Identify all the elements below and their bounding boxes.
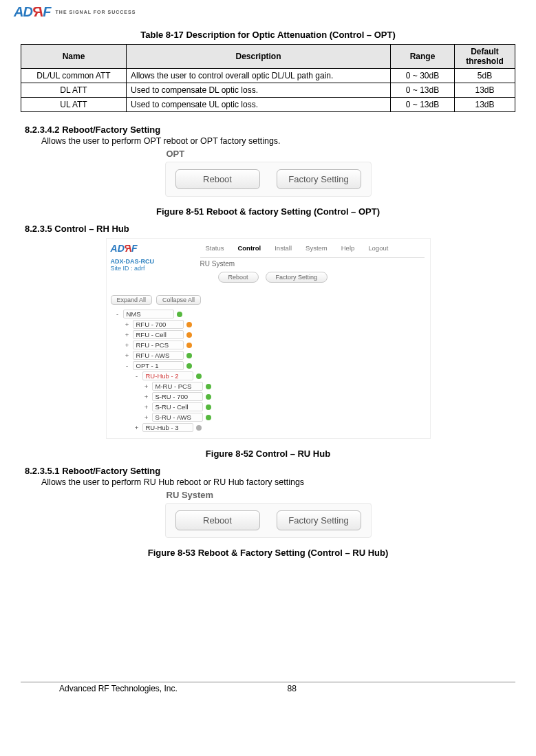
tree-label[interactable]: S-RU - AWS (152, 413, 203, 422)
tree-label[interactable]: OPT - 1 (133, 361, 184, 370)
tree-node[interactable]: +S-RU - 700 (144, 391, 426, 402)
heading-82342: 8.2.3.4.2 Reboot/Factory Setting (25, 125, 515, 135)
tree-panel: Expand All Collapse All -NMS+RFU - 700+R… (107, 291, 430, 438)
toggle-icon[interactable]: - (134, 372, 140, 380)
th-desc: Description (127, 45, 391, 69)
reboot-button[interactable]: Reboot (175, 510, 260, 530)
toggle-icon[interactable]: + (144, 403, 149, 411)
tree-node[interactable]: +RU-Hub - 3 (134, 422, 426, 433)
th-range: Range (391, 45, 455, 69)
heading-82351: 8.2.3.5.1 Reboot/Factory Setting (25, 466, 515, 476)
tree-node[interactable]: +RFU - 700 (125, 319, 426, 330)
tree-node[interactable]: +RFU - AWS (125, 350, 426, 360)
status-dot-icon (196, 425, 202, 431)
tab-status[interactable]: Status (206, 244, 224, 252)
expand-all-button[interactable]: Expand All (111, 295, 153, 305)
status-dot-icon (206, 415, 211, 420)
th-default: Default threshold (455, 45, 515, 69)
toggle-icon[interactable]: + (125, 331, 130, 338)
status-dot-icon (186, 353, 192, 358)
status-dot-icon (186, 332, 192, 338)
reboot-button[interactable]: Reboot (218, 272, 259, 283)
tree-label[interactable]: RFU - 700 (133, 320, 184, 329)
ru-system-panel: RU System Reboot Factory Setting (165, 490, 372, 538)
table-row: UL ATTUsed to compensate UL optic loss.0… (21, 98, 515, 112)
table-cell: 0 ~ 30dB (391, 69, 455, 83)
figure-caption: Figure 8-51 Reboot & factory Setting (Co… (21, 206, 515, 217)
tree-node[interactable]: -OPT - 1 (125, 360, 426, 371)
table-cell: 0 ~ 13dB (391, 98, 455, 112)
tree-label[interactable]: S-RU - 700 (152, 392, 203, 401)
figure-caption: Figure 8-52 Control – RU Hub (21, 449, 515, 459)
opt-button-row: Reboot Factory Setting (165, 162, 372, 197)
table-cell: DL ATT (21, 83, 127, 98)
control-ru-hub-screenshot: ADRF ADX-DAS-RCU Site ID : adrf StatusCo… (106, 238, 431, 439)
toggle-icon[interactable]: + (144, 382, 149, 390)
factory-setting-button[interactable]: Factory Setting (277, 510, 361, 530)
status-dot-icon (206, 404, 211, 410)
tree-node[interactable]: +RFU - Cell (125, 330, 426, 340)
table-cell: 0 ~ 13dB (391, 83, 455, 98)
table-cell: Used to compensate UL optic loss. (127, 98, 391, 112)
expand-collapse-row: Expand All Collapse All (111, 295, 426, 305)
toggle-icon[interactable]: + (125, 321, 130, 328)
nav-tabs: StatusControlInstallSystemHelpLogout (199, 241, 425, 256)
toggle-icon[interactable]: + (144, 413, 149, 421)
ru-system-buttons: Reboot Factory Setting (199, 269, 425, 287)
fig52-sidebar: ADRF ADX-DAS-RCU Site ID : adrf (107, 239, 196, 291)
tree-label[interactable]: RFU - Cell (133, 330, 184, 339)
tab-install[interactable]: Install (275, 244, 292, 252)
page-logo: ADRF THE SIGNAL FOR SUCCESS (14, 4, 515, 20)
body-82342: Allows the user to perform OPT reboot or… (41, 136, 515, 146)
toggle-icon[interactable]: - (125, 362, 130, 369)
table-cell: 5dB (455, 69, 515, 83)
optic-attenuation-table: Name Description Range Default threshold… (21, 44, 515, 112)
footer-company: Advanced RF Technologies, Inc. (21, 684, 288, 693)
ru-button-row: Reboot Factory Setting (165, 503, 372, 538)
tree-node[interactable]: +S-RU - Cell (144, 402, 426, 412)
tree-label[interactable]: NMS (123, 310, 174, 318)
table-cell: 13dB (455, 83, 515, 98)
tab-control[interactable]: Control (237, 244, 261, 252)
table-cell: 13dB (455, 98, 515, 112)
heading-8235: 8.2.3.5 Control – RH Hub (25, 224, 515, 234)
status-dot-icon (186, 322, 192, 327)
tree-node[interactable]: +M-RU - PCS (144, 381, 426, 391)
ru-panel-label: RU System (167, 490, 372, 500)
small-logo: ADRF (111, 243, 193, 254)
table-caption: Table 8-17 Description for Optic Attenua… (21, 30, 515, 40)
tree-label[interactable]: RU-Hub - 2 (142, 371, 193, 380)
table-cell: DL/UL common ATT (21, 69, 127, 83)
opt-panel: OPT Reboot Factory Setting (165, 149, 372, 197)
table-row: DL/UL common ATTAllows the user to contr… (21, 69, 515, 83)
table-cell: Used to compensate DL optic loss. (127, 83, 391, 98)
toggle-icon[interactable]: + (125, 352, 130, 359)
toggle-icon[interactable]: + (144, 393, 149, 400)
factory-setting-button[interactable]: Factory Setting (266, 272, 328, 283)
tree-label[interactable]: M-RU - PCS (152, 382, 203, 391)
logo-text: ADRF (14, 4, 52, 20)
toggle-icon[interactable]: + (134, 424, 140, 431)
status-dot-icon (177, 312, 182, 317)
status-dot-icon (206, 394, 211, 400)
factory-setting-button[interactable]: Factory Setting (277, 169, 361, 189)
toggle-icon[interactable]: - (115, 310, 120, 318)
opt-panel-label: OPT (167, 149, 372, 159)
reboot-button[interactable]: Reboot (175, 169, 260, 189)
tab-logout[interactable]: Logout (368, 244, 388, 252)
tree-node[interactable]: -NMS (115, 309, 426, 319)
tree-node[interactable]: -RU-Hub - 2 (134, 371, 426, 381)
tree-node[interactable]: +S-RU - AWS (144, 412, 426, 422)
tab-help[interactable]: Help (341, 244, 355, 252)
collapse-all-button[interactable]: Collapse All (156, 295, 201, 305)
tree-label[interactable]: RFU - PCS (133, 341, 184, 349)
body-82351: Allows the user to perform RU Hub reboot… (41, 477, 515, 487)
tree-label[interactable]: RU-Hub - 3 (142, 423, 193, 432)
tree-label[interactable]: S-RU - Cell (152, 402, 203, 411)
tree-label[interactable]: RFU - AWS (133, 351, 184, 360)
figure-caption: Figure 8-53 Reboot & Factory Setting (Co… (21, 548, 515, 558)
tree-node[interactable]: +RFU - PCS (125, 340, 426, 350)
table-row: DL ATTUsed to compensate DL optic loss.0… (21, 83, 515, 98)
tab-system[interactable]: System (305, 244, 328, 252)
toggle-icon[interactable]: + (125, 341, 130, 349)
